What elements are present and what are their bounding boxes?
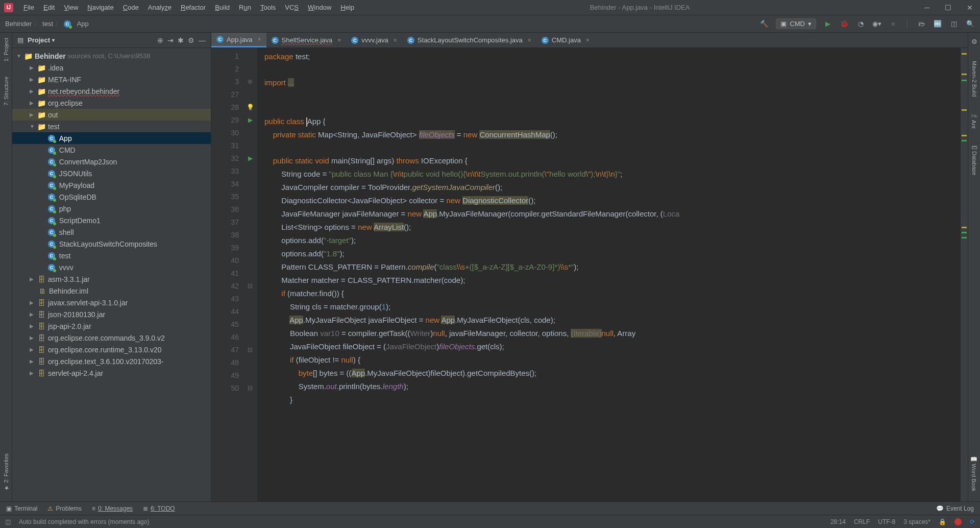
tree-file-json[interactable]: C JSONUtils bbox=[12, 167, 211, 179]
tool-todo[interactable]: ≣ 6: TODO bbox=[143, 505, 175, 512]
status-window-icon[interactable]: ◫ bbox=[5, 518, 11, 525]
locate-icon[interactable]: ⊕ bbox=[157, 36, 163, 44]
menu-edit[interactable]: Edit bbox=[39, 2, 59, 13]
structure-icon[interactable]: ◫ bbox=[949, 20, 959, 28]
debug-icon[interactable]: 🐞 bbox=[840, 20, 849, 28]
tree-rebeyond[interactable]: ▶📁net.rebeyond.behinder bbox=[12, 85, 211, 97]
tree-idea[interactable]: ▶📁.idea bbox=[12, 62, 211, 74]
tree-jar-runtime[interactable]: ▶🗄org.eclipse.core.runtime_3.13.0.v20 bbox=[12, 344, 211, 355]
tool-eventlog[interactable]: 💬 Event Log bbox=[936, 505, 974, 512]
tree-root[interactable]: ▼📁Behinder sources root, C:\Users\9538 bbox=[12, 50, 211, 62]
translate-icon[interactable]: 🔤 bbox=[933, 20, 942, 28]
tool-structure[interactable]: 7: Structure bbox=[3, 77, 9, 106]
close-tab-icon[interactable]: × bbox=[394, 37, 397, 44]
tree-file-php[interactable]: C php bbox=[12, 203, 211, 214]
tree-jar-jsp[interactable]: ▶🗄jsp-api-2.0.jar bbox=[12, 320, 211, 332]
breadcrumb-file[interactable]: C App bbox=[64, 20, 89, 28]
tool-database[interactable]: 🗃 Database bbox=[971, 144, 977, 175]
tree-file-convert[interactable]: C ConvertMap2Json bbox=[12, 156, 211, 167]
menu-code[interactable]: Code bbox=[119, 2, 143, 13]
menu-build[interactable]: Build bbox=[211, 2, 234, 13]
tab-stacklayout[interactable]: CStackLayoutSwitchComposites.java× bbox=[402, 33, 536, 47]
tree-file-cmd[interactable]: C CMD bbox=[12, 144, 211, 156]
tree-jar-asm[interactable]: ▶🗄asm-3.3.1.jar bbox=[12, 273, 211, 285]
git-icon[interactable] bbox=[954, 518, 962, 525]
stop-icon[interactable]: ■ bbox=[889, 20, 898, 28]
menu-view[interactable]: View bbox=[60, 2, 82, 13]
close-icon[interactable]: ✕ bbox=[964, 4, 976, 12]
menu-vcs[interactable]: VCS bbox=[281, 2, 303, 13]
tree-file-vvvv[interactable]: C vvvv bbox=[12, 261, 211, 273]
tab-app[interactable]: CApp.java× bbox=[211, 33, 266, 47]
tree-orgeclipse[interactable]: ▶📁org.eclipse bbox=[12, 97, 211, 109]
tree-jar-servlet[interactable]: ▶🗄javax.servlet-api-3.1.0.jar bbox=[12, 297, 211, 308]
tree-out[interactable]: ▶📁out bbox=[12, 109, 211, 121]
minimize-icon[interactable]: ─ bbox=[921, 4, 933, 12]
cursor-position[interactable]: 28:14 bbox=[830, 518, 846, 525]
menu-navigate[interactable]: Navigate bbox=[83, 2, 117, 13]
breadcrumb-folder[interactable]: test bbox=[42, 20, 53, 28]
menu-analyze[interactable]: Analyze bbox=[144, 2, 176, 13]
error-stripe[interactable] bbox=[961, 48, 968, 501]
tree-file-opsqlite[interactable]: C OpSqliteDB bbox=[12, 191, 211, 203]
run-icon[interactable]: ▶ bbox=[823, 20, 832, 28]
hide-icon[interactable]: — bbox=[199, 36, 206, 44]
breadcrumb-project[interactable]: Behinder bbox=[5, 20, 32, 28]
close-tab-icon[interactable]: × bbox=[337, 37, 341, 44]
gutter-icons[interactable]: ⊕ 💡▶ ▶ ⊟ ⊟ ⊟ bbox=[243, 48, 257, 501]
menu-window[interactable]: Window bbox=[304, 2, 335, 13]
gear-icon[interactable]: ⚙ bbox=[188, 36, 194, 44]
project-title[interactable]: Project ▾ bbox=[28, 36, 55, 44]
indent-info[interactable]: 3 spaces* bbox=[903, 518, 930, 525]
close-tab-icon[interactable]: × bbox=[586, 37, 590, 44]
coverage-icon[interactable]: ◔ bbox=[856, 20, 865, 28]
tab-shellservice[interactable]: CShellService.java× bbox=[266, 33, 347, 47]
tool-ant[interactable]: 🐜 Ant bbox=[971, 112, 977, 129]
line-ending[interactable]: CRLF bbox=[854, 518, 870, 525]
tool-terminal[interactable]: ▣ Terminal bbox=[6, 505, 37, 512]
tab-vvvv[interactable]: Cvvvv.java× bbox=[346, 33, 402, 47]
tree-file-script[interactable]: C ScriptDemo1 bbox=[12, 214, 211, 226]
menu-help[interactable]: Help bbox=[336, 2, 358, 13]
tool-favorites[interactable]: ★ 2: Favorites bbox=[3, 453, 9, 491]
menu-run[interactable]: Run bbox=[235, 2, 255, 13]
tree-jar-commands[interactable]: ▶🗄org.eclipse.core.commands_3.9.0.v2 bbox=[12, 332, 211, 344]
search-icon[interactable]: 🔍 bbox=[966, 20, 975, 28]
menu-refactor[interactable]: Refactor bbox=[177, 2, 210, 13]
code-editor[interactable]: package test; import ... public class Ap… bbox=[257, 48, 961, 501]
line-gutter[interactable]: 1232728293031323334353637383940414243444… bbox=[211, 48, 243, 501]
tree-file-stacklayout[interactable]: C StackLayoutSwitchComposites bbox=[12, 238, 211, 250]
gear-icon[interactable]: ⚙ bbox=[971, 38, 977, 45]
tree-test[interactable]: ▼📁test bbox=[12, 121, 211, 132]
sync-icon[interactable]: ⟳ bbox=[970, 518, 975, 525]
tree-jar-json[interactable]: ▶🗄json-20180130.jar bbox=[12, 308, 211, 320]
maximize-icon[interactable]: ☐ bbox=[942, 4, 954, 12]
tab-cmd[interactable]: CCMD.java× bbox=[536, 33, 595, 47]
tree-metainf[interactable]: ▶📁META-INF bbox=[12, 74, 211, 85]
tool-project[interactable]: 1: Project bbox=[3, 38, 9, 61]
collapse-icon[interactable]: ⇥ bbox=[167, 36, 174, 44]
project-tree[interactable]: ▼📁Behinder sources root, C:\Users\9538 ▶… bbox=[12, 48, 211, 501]
tool-wordbook[interactable]: 📖 Word Book bbox=[971, 455, 977, 491]
tool-messages[interactable]: ≡ 0: Messages bbox=[92, 505, 133, 512]
menu-file[interactable]: File bbox=[19, 2, 38, 13]
profile-icon[interactable]: ◉▾ bbox=[872, 20, 881, 28]
vcs-icon[interactable]: 🗁 bbox=[917, 20, 926, 28]
tree-iml[interactable]: 🗎Behinder.iml bbox=[12, 285, 211, 297]
tool-maven[interactable]: Maven-2 Build bbox=[971, 61, 977, 97]
menu-tools[interactable]: Tools bbox=[256, 2, 280, 13]
tree-file-test[interactable]: C test bbox=[12, 250, 211, 261]
tree-file-mypayload[interactable]: C MyPayload bbox=[12, 179, 211, 191]
settings-icon[interactable]: ✱ bbox=[178, 36, 184, 44]
build-icon[interactable]: 🔨 bbox=[760, 20, 769, 28]
close-tab-icon[interactable]: × bbox=[528, 37, 531, 44]
tree-file-app[interactable]: C App bbox=[12, 132, 211, 144]
run-config-selector[interactable]: ▣ CMD ▾ bbox=[776, 18, 816, 29]
encoding[interactable]: UTF-8 bbox=[878, 518, 895, 525]
tree-jar-text[interactable]: ▶🗄org.eclipse.text_3.6.100.v20170203- bbox=[12, 355, 211, 367]
tool-problems[interactable]: ⚠ Problems bbox=[47, 505, 82, 512]
tree-jar-servlet24[interactable]: ▶🗄servlet-api-2.4.jar bbox=[12, 367, 211, 379]
close-tab-icon[interactable]: × bbox=[258, 36, 261, 43]
tree-file-shell[interactable]: C shell bbox=[12, 226, 211, 238]
lock-icon[interactable]: 🔒 bbox=[939, 518, 946, 525]
